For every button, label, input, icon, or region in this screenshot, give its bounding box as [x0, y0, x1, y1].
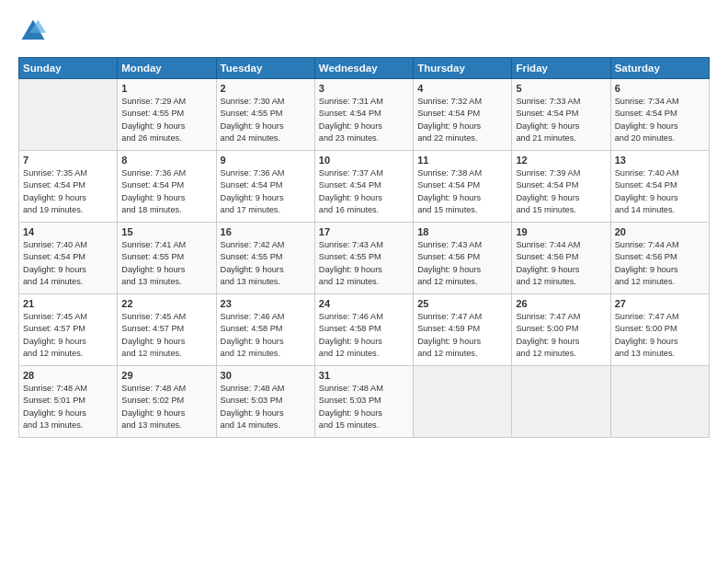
- logo: [18, 17, 51, 46]
- calendar-body: 1Sunrise: 7:29 AM Sunset: 4:55 PM Daylig…: [19, 79, 710, 438]
- logo-icon: [18, 17, 48, 46]
- calendar-cell: [610, 366, 709, 438]
- day-info: Sunrise: 7:48 AM Sunset: 5:03 PM Dayligh…: [221, 383, 311, 431]
- page-container: SundayMondayTuesdayWednesdayThursdayFrid…: [0, 0, 728, 447]
- calendar-cell: 21Sunrise: 7:45 AM Sunset: 4:57 PM Dayli…: [19, 294, 118, 366]
- day-number: 7: [23, 155, 113, 166]
- calendar-cell: [19, 79, 118, 151]
- day-number: 31: [319, 370, 409, 381]
- day-number: 28: [23, 370, 113, 381]
- day-number: 27: [615, 298, 705, 309]
- header-cell-saturday: Saturday: [610, 58, 709, 79]
- header-cell-friday: Friday: [512, 58, 610, 79]
- day-info: Sunrise: 7:30 AM Sunset: 4:55 PM Dayligh…: [221, 96, 311, 144]
- page-header: [18, 17, 710, 46]
- day-number: 21: [23, 298, 113, 309]
- calendar-cell: 14Sunrise: 7:40 AM Sunset: 4:54 PM Dayli…: [19, 223, 118, 294]
- calendar-cell: 4Sunrise: 7:32 AM Sunset: 4:54 PM Daylig…: [414, 79, 512, 151]
- day-info: Sunrise: 7:45 AM Sunset: 4:57 PM Dayligh…: [121, 311, 211, 360]
- week-row-3: 14Sunrise: 7:40 AM Sunset: 4:54 PM Dayli…: [19, 223, 710, 294]
- day-number: 26: [516, 298, 606, 309]
- day-info: Sunrise: 7:37 AM Sunset: 4:54 PM Dayligh…: [319, 167, 409, 216]
- day-info: Sunrise: 7:32 AM Sunset: 4:54 PM Dayligh…: [417, 96, 507, 144]
- header-cell-thursday: Thursday: [414, 58, 512, 79]
- day-number: 16: [221, 226, 311, 237]
- calendar-cell: 27Sunrise: 7:47 AM Sunset: 5:00 PM Dayli…: [610, 294, 709, 366]
- day-info: Sunrise: 7:48 AM Sunset: 5:03 PM Dayligh…: [319, 383, 409, 431]
- calendar-cell: 10Sunrise: 7:37 AM Sunset: 4:54 PM Dayli…: [314, 151, 413, 223]
- calendar-cell: 2Sunrise: 7:30 AM Sunset: 4:55 PM Daylig…: [216, 79, 314, 151]
- day-info: Sunrise: 7:44 AM Sunset: 4:56 PM Dayligh…: [615, 239, 705, 288]
- calendar-cell: [414, 366, 512, 438]
- week-row-1: 1Sunrise: 7:29 AM Sunset: 4:55 PM Daylig…: [19, 79, 710, 151]
- calendar-cell: 16Sunrise: 7:42 AM Sunset: 4:55 PM Dayli…: [216, 223, 314, 294]
- day-number: 17: [319, 226, 409, 237]
- calendar-cell: 1Sunrise: 7:29 AM Sunset: 4:55 PM Daylig…: [118, 79, 216, 151]
- calendar-cell: 12Sunrise: 7:39 AM Sunset: 4:54 PM Dayli…: [512, 151, 610, 223]
- day-info: Sunrise: 7:40 AM Sunset: 4:54 PM Dayligh…: [23, 239, 113, 288]
- day-info: Sunrise: 7:46 AM Sunset: 4:58 PM Dayligh…: [319, 311, 409, 360]
- calendar-cell: 26Sunrise: 7:47 AM Sunset: 5:00 PM Dayli…: [512, 294, 610, 366]
- day-number: 25: [417, 298, 507, 309]
- calendar-cell: 24Sunrise: 7:46 AM Sunset: 4:58 PM Dayli…: [314, 294, 413, 366]
- day-info: Sunrise: 7:48 AM Sunset: 5:02 PM Dayligh…: [121, 383, 211, 431]
- calendar-cell: 18Sunrise: 7:43 AM Sunset: 4:56 PM Dayli…: [414, 223, 512, 294]
- day-info: Sunrise: 7:31 AM Sunset: 4:54 PM Dayligh…: [319, 96, 409, 144]
- day-number: 5: [516, 83, 606, 94]
- calendar-cell: 15Sunrise: 7:41 AM Sunset: 4:55 PM Dayli…: [118, 223, 216, 294]
- day-number: 19: [516, 226, 606, 237]
- day-info: Sunrise: 7:41 AM Sunset: 4:55 PM Dayligh…: [121, 239, 211, 288]
- calendar-cell: 17Sunrise: 7:43 AM Sunset: 4:55 PM Dayli…: [314, 223, 413, 294]
- day-info: Sunrise: 7:47 AM Sunset: 5:00 PM Dayligh…: [615, 311, 705, 360]
- day-info: Sunrise: 7:34 AM Sunset: 4:54 PM Dayligh…: [615, 96, 705, 144]
- calendar-cell: 11Sunrise: 7:38 AM Sunset: 4:54 PM Dayli…: [414, 151, 512, 223]
- day-number: 20: [615, 226, 705, 237]
- day-info: Sunrise: 7:38 AM Sunset: 4:54 PM Dayligh…: [417, 167, 507, 216]
- header-row: SundayMondayTuesdayWednesdayThursdayFrid…: [19, 58, 710, 79]
- day-number: 15: [121, 226, 211, 237]
- calendar-cell: 23Sunrise: 7:46 AM Sunset: 4:58 PM Dayli…: [216, 294, 314, 366]
- week-row-5: 28Sunrise: 7:48 AM Sunset: 5:01 PM Dayli…: [19, 366, 710, 438]
- header-cell-sunday: Sunday: [19, 58, 118, 79]
- calendar-cell: 3Sunrise: 7:31 AM Sunset: 4:54 PM Daylig…: [314, 79, 413, 151]
- day-info: Sunrise: 7:42 AM Sunset: 4:55 PM Dayligh…: [221, 239, 311, 288]
- day-info: Sunrise: 7:45 AM Sunset: 4:57 PM Dayligh…: [23, 311, 113, 360]
- day-number: 13: [615, 155, 705, 166]
- day-number: 1: [121, 83, 211, 94]
- calendar-cell: 22Sunrise: 7:45 AM Sunset: 4:57 PM Dayli…: [118, 294, 216, 366]
- day-number: 10: [319, 155, 409, 166]
- day-info: Sunrise: 7:43 AM Sunset: 4:56 PM Dayligh…: [417, 239, 507, 288]
- calendar-cell: 8Sunrise: 7:36 AM Sunset: 4:54 PM Daylig…: [118, 151, 216, 223]
- calendar-cell: 7Sunrise: 7:35 AM Sunset: 4:54 PM Daylig…: [19, 151, 118, 223]
- calendar-header: SundayMondayTuesdayWednesdayThursdayFrid…: [19, 58, 710, 79]
- day-number: 11: [417, 155, 507, 166]
- day-number: 2: [221, 83, 311, 94]
- header-cell-wednesday: Wednesday: [314, 58, 413, 79]
- calendar-cell: 29Sunrise: 7:48 AM Sunset: 5:02 PM Dayli…: [118, 366, 216, 438]
- day-info: Sunrise: 7:29 AM Sunset: 4:55 PM Dayligh…: [121, 96, 211, 144]
- day-info: Sunrise: 7:48 AM Sunset: 5:01 PM Dayligh…: [23, 383, 113, 431]
- calendar-table: SundayMondayTuesdayWednesdayThursdayFrid…: [18, 57, 710, 438]
- day-number: 22: [121, 298, 211, 309]
- day-number: 14: [23, 226, 113, 237]
- calendar-cell: [512, 366, 610, 438]
- calendar-cell: 31Sunrise: 7:48 AM Sunset: 5:03 PM Dayli…: [314, 366, 413, 438]
- calendar-cell: 5Sunrise: 7:33 AM Sunset: 4:54 PM Daylig…: [512, 79, 610, 151]
- day-info: Sunrise: 7:40 AM Sunset: 4:54 PM Dayligh…: [615, 167, 705, 216]
- calendar-cell: 20Sunrise: 7:44 AM Sunset: 4:56 PM Dayli…: [610, 223, 709, 294]
- week-row-4: 21Sunrise: 7:45 AM Sunset: 4:57 PM Dayli…: [19, 294, 710, 366]
- day-info: Sunrise: 7:43 AM Sunset: 4:55 PM Dayligh…: [319, 239, 409, 288]
- day-info: Sunrise: 7:47 AM Sunset: 5:00 PM Dayligh…: [516, 311, 606, 360]
- day-number: 8: [121, 155, 211, 166]
- calendar-cell: 28Sunrise: 7:48 AM Sunset: 5:01 PM Dayli…: [19, 366, 118, 438]
- calendar-cell: 13Sunrise: 7:40 AM Sunset: 4:54 PM Dayli…: [610, 151, 709, 223]
- day-number: 9: [221, 155, 311, 166]
- header-cell-monday: Monday: [118, 58, 216, 79]
- calendar-cell: 19Sunrise: 7:44 AM Sunset: 4:56 PM Dayli…: [512, 223, 610, 294]
- day-info: Sunrise: 7:33 AM Sunset: 4:54 PM Dayligh…: [516, 96, 606, 144]
- calendar-cell: 9Sunrise: 7:36 AM Sunset: 4:54 PM Daylig…: [216, 151, 314, 223]
- day-info: Sunrise: 7:36 AM Sunset: 4:54 PM Dayligh…: [221, 167, 311, 216]
- calendar-cell: 6Sunrise: 7:34 AM Sunset: 4:54 PM Daylig…: [610, 79, 709, 151]
- day-info: Sunrise: 7:39 AM Sunset: 4:54 PM Dayligh…: [516, 167, 606, 216]
- day-number: 18: [417, 226, 507, 237]
